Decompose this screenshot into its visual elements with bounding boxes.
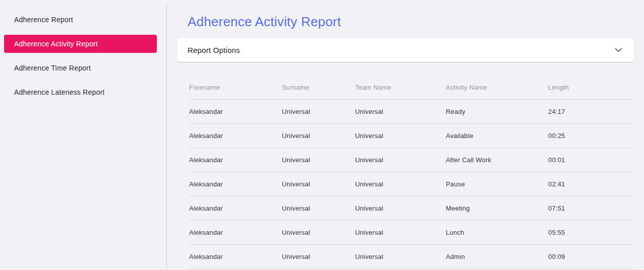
- table-cell: Ready: [446, 108, 548, 115]
- table-cell: Universal: [282, 108, 355, 115]
- sidebar-item-adherence-activity-report[interactable]: Adherence Activity Report: [4, 35, 157, 53]
- table-cell: Available: [446, 132, 548, 140]
- table-cell: Aleksandar: [189, 156, 282, 164]
- table-cell: 02:41: [548, 180, 633, 188]
- report-options-label: Report Options: [188, 46, 240, 54]
- table-cell: 07:51: [548, 205, 633, 212]
- table-cell: Universal: [282, 132, 355, 140]
- table-cell: Universal: [282, 253, 355, 260]
- column-header-length: Length: [548, 84, 633, 91]
- sidebar-item-adherence-time-report[interactable]: Adherence Time Report: [4, 59, 157, 77]
- table-cell: Meeting: [446, 205, 548, 212]
- table-cell: Universal: [355, 108, 446, 115]
- table-cell: Universal: [282, 229, 355, 236]
- column-header-surname: Surname: [282, 84, 355, 91]
- table-cell: Aleksandar: [189, 229, 282, 236]
- table-cell: Universal: [282, 180, 355, 188]
- table-row: AleksandarUniversalUniversalAdmin00:09: [189, 245, 633, 269]
- table-row: AleksandarUniversalUniversalPause02:41: [189, 172, 633, 196]
- table-cell: Universal: [355, 205, 446, 212]
- table-cell: Universal: [355, 253, 446, 260]
- table-cell: 05:55: [548, 229, 633, 236]
- page-title: Adherence Activity Report: [188, 14, 341, 30]
- table-cell: Aleksandar: [189, 132, 282, 140]
- sidebar-item-adherence-lateness-report[interactable]: Adherence Lateness Report: [4, 83, 157, 101]
- page: { "sidebar": { "items": [ { "label": "Ad…: [0, 0, 644, 270]
- table-cell: Aleksandar: [189, 108, 282, 115]
- table-cell: Aleksandar: [189, 253, 282, 260]
- column-header-activity-name: Activity Name: [446, 84, 548, 91]
- adherence-activity-table: ForenameSurnameTeam NameActivity NameLen…: [178, 76, 633, 269]
- table-cell: 00:25: [548, 132, 633, 140]
- table-cell: Aleksandar: [189, 205, 282, 212]
- table-row: AleksandarUniversalUniversalReady24:17: [189, 100, 633, 124]
- table-row: AleksandarUniversalUniversalAfter Call W…: [189, 148, 633, 172]
- table-row: AleksandarUniversalUniversalAvailable00:…: [189, 124, 633, 148]
- sidebar-divider: [166, 5, 167, 270]
- sidebar-item-adherence-report[interactable]: Adherence Report: [4, 11, 157, 29]
- table-cell: Universal: [355, 132, 446, 140]
- sidebar: Adherence ReportAdherence Activity Repor…: [0, 0, 166, 270]
- chevron-down-icon[interactable]: [615, 48, 622, 52]
- table-row: AleksandarUniversalUniversalMeeting07:51: [189, 196, 633, 221]
- table-cell: Universal: [355, 156, 446, 164]
- table-cell: Universal: [355, 229, 446, 236]
- table-cell: Universal: [282, 156, 355, 164]
- table-cell: Aleksandar: [189, 180, 282, 188]
- table-cell: Lunch: [446, 229, 548, 236]
- table-row: AleksandarUniversalUniversalLunch05:55: [189, 221, 633, 245]
- column-header-forename: Forename: [189, 84, 282, 91]
- table-cell: 24:17: [548, 108, 633, 115]
- table-cell: 00:09: [548, 253, 633, 260]
- table-cell: After Call Work: [446, 156, 548, 164]
- table-header-row: ForenameSurnameTeam NameActivity NameLen…: [189, 76, 633, 100]
- table-cell: Universal: [355, 180, 446, 188]
- report-options-panel[interactable]: Report Options: [178, 38, 633, 62]
- column-header-team-name: Team Name: [355, 84, 446, 91]
- table-cell: Pause: [446, 180, 548, 188]
- table-cell: Admin: [446, 253, 548, 260]
- table-cell: 00:01: [548, 156, 633, 164]
- table-cell: Universal: [282, 205, 355, 212]
